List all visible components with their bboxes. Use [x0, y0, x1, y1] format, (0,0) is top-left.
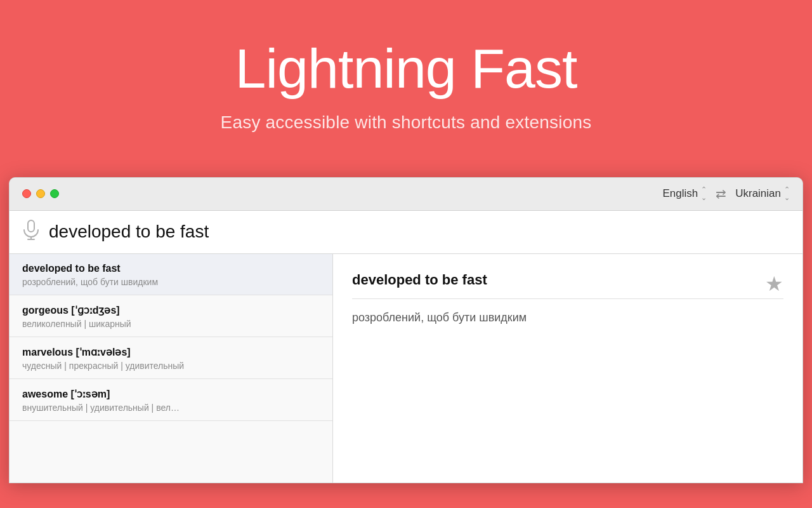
- favorite-button[interactable]: ★: [765, 272, 783, 296]
- result-translation: чудесный | прекрасный | удивительный: [22, 361, 320, 371]
- target-lang-chevron-icon: ⌃⌄: [784, 185, 790, 202]
- language-controls: English ⌃⌄ ⇄ Ukrainian ⌃⌄: [662, 185, 790, 202]
- results-list: developed to be fastрозроблений, щоб бут…: [10, 254, 333, 483]
- minimize-button[interactable]: [36, 189, 45, 198]
- result-term: gorgeous [ˈɡɔːdʒəs]: [22, 304, 320, 316]
- translation-target-text: розроблений, щоб бути швидким: [352, 309, 783, 326]
- search-bar: [10, 211, 802, 254]
- close-button[interactable]: [22, 189, 31, 198]
- list-item[interactable]: gorgeous [ˈɡɔːdʒəs]великолепный | шикарн…: [10, 295, 332, 337]
- result-term: developed to be fast: [22, 263, 320, 274]
- source-language-selector[interactable]: English ⌃⌄: [662, 185, 707, 202]
- translation-panel: developed to be fast ★ розроблений, щоб …: [333, 254, 802, 483]
- result-translation: великолепный | шикарный: [22, 319, 320, 329]
- app-window: English ⌃⌄ ⇄ Ukrainian ⌃⌄ developed to b…: [9, 177, 803, 483]
- result-translation: внушительный | удивительный | вел…: [22, 403, 320, 413]
- window-controls: [22, 189, 59, 198]
- result-translation: розроблений, щоб бути швидким: [22, 277, 320, 287]
- hero-title: Lightning Fast: [235, 38, 577, 100]
- list-item[interactable]: marvelous [ˈmɑːvələs]чудесный | прекрасн…: [10, 337, 332, 379]
- list-item[interactable]: developed to be fastрозроблений, щоб бут…: [10, 254, 332, 295]
- result-term: awesome [ˈɔːsəm]: [22, 388, 320, 400]
- target-language-label: Ukrainian: [735, 187, 781, 200]
- svg-rect-0: [28, 220, 34, 232]
- hero-section: Lightning Fast Easy accessible with shor…: [0, 0, 812, 177]
- hero-subtitle: Easy accessible with shortcuts and exten…: [221, 112, 592, 133]
- search-input[interactable]: [49, 222, 790, 242]
- source-lang-chevron-icon: ⌃⌄: [701, 185, 707, 202]
- content-area: developed to be fastрозроблений, щоб бут…: [10, 254, 802, 483]
- result-term: marvelous [ˈmɑːvələs]: [22, 346, 320, 358]
- translation-source-text: developed to be fast: [352, 272, 783, 299]
- source-language-label: English: [662, 187, 698, 200]
- target-language-selector[interactable]: Ukrainian ⌃⌄: [735, 185, 790, 202]
- microphone-icon[interactable]: [22, 220, 40, 244]
- title-bar: English ⌃⌄ ⇄ Ukrainian ⌃⌄: [10, 178, 802, 211]
- maximize-button[interactable]: [50, 189, 59, 198]
- list-item[interactable]: awesome [ˈɔːsəm]внушительный | удивитель…: [10, 379, 332, 421]
- swap-languages-icon[interactable]: ⇄: [716, 186, 726, 201]
